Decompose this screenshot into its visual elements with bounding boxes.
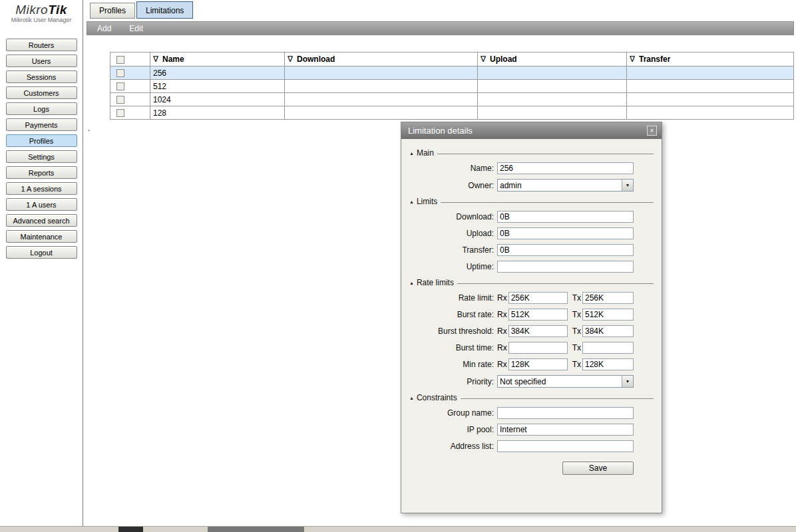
cell-transfer[interactable] [627,80,794,93]
select-all-header[interactable] [110,53,150,66]
section-main-header[interactable]: ▲ Main [409,148,654,158]
sidebar-item-logout[interactable]: Logout [6,246,77,259]
edit-button[interactable]: Edit [129,24,143,33]
sidebar-nav: Routers Users Sessions Customers Logs Pa… [0,36,83,259]
chevron-down-icon[interactable]: ▼ [622,180,633,191]
burst-threshold-tx-input[interactable] [582,325,634,337]
ip-pool-input[interactable] [497,424,634,436]
section-divider [461,398,654,399]
name-input[interactable] [497,162,634,174]
cell-upload[interactable] [478,80,627,93]
column-header-upload[interactable]: ∇Upload [478,53,627,66]
min-rate-rx-input[interactable] [508,358,568,370]
burst-time-rx-input[interactable] [508,342,568,354]
cell-upload[interactable] [478,66,627,80]
section-constraints-header[interactable]: ▲ Constraints [409,393,654,402]
cell-download[interactable] [285,93,478,106]
burst-time-tx-input[interactable] [582,342,634,354]
cell-transfer[interactable] [627,66,794,80]
scrollbar-thumb[interactable] [118,527,143,532]
sidebar-item-1a-users[interactable]: 1 A users [6,198,77,211]
sidebar-item-profiles[interactable]: Profiles [6,134,77,147]
rate-limit-tx-input[interactable] [582,292,634,304]
rate-limit-label: Rate limit: [409,293,497,303]
dialog-body: ▲ Main Name: Owner: admin ▼ ▲ Limits Dow… [401,139,662,475]
scrollbar-thumb[interactable] [208,527,304,532]
upload-input[interactable] [497,227,634,239]
owner-select[interactable]: admin ▼ [497,179,634,192]
save-button[interactable]: Save [562,462,634,475]
tx-label: Tx [568,343,582,352]
burst-rate-tx-input[interactable] [582,309,634,321]
transfer-input[interactable] [497,244,634,256]
row-checkbox[interactable] [116,109,124,117]
download-input[interactable] [497,211,634,223]
group-name-input[interactable] [497,407,634,419]
collapse-arrow-icon: ▲ [409,151,414,156]
add-button[interactable]: Add [97,24,111,33]
horizontal-scrollbar[interactable] [0,526,796,532]
burst-threshold-rx-input[interactable] [508,325,568,337]
owner-label: Owner: [409,181,497,190]
sidebar-item-sessions[interactable]: Sessions [6,70,77,83]
cell-transfer[interactable] [627,93,794,106]
table-row[interactable]: 128 [110,106,794,120]
cell-transfer[interactable] [627,106,794,120]
sidebar-item-logs[interactable]: Logs [6,102,77,115]
rate-limit-rx-input[interactable] [508,292,568,304]
sidebar-item-settings[interactable]: Settings [6,150,77,163]
cell-upload[interactable] [478,93,627,106]
min-rate-tx-input[interactable] [582,358,634,370]
cell-name[interactable]: 128 [150,106,285,120]
sidebar-item-customers[interactable]: Customers [6,86,77,99]
cell-download[interactable] [285,66,478,80]
sort-icon: ∇ [288,55,293,64]
column-header-download[interactable]: ∇Download [285,53,478,66]
column-header-transfer[interactable]: ∇Transfer [627,53,794,66]
chevron-down-icon[interactable]: ▼ [622,376,633,387]
cell-name[interactable]: 256 [150,66,285,80]
section-rate-limits-header[interactable]: ▲ Rate limits [409,278,654,287]
transfer-label: Transfer: [409,245,497,255]
collapse-arrow-icon: ▲ [409,281,414,285]
sidebar-item-advanced-search[interactable]: Advanced search [6,214,77,227]
column-header-name[interactable]: ∇Name [150,53,285,66]
dialog-title: Limitation details [408,126,647,136]
tab-profiles[interactable]: Profiles [90,3,135,19]
cell-name[interactable]: 1024 [150,93,285,106]
select-all-checkbox[interactable] [116,56,124,64]
sort-icon: ∇ [481,55,486,64]
uptime-input[interactable] [497,261,634,273]
table-row[interactable]: 1024 [110,93,794,106]
row-checkbox[interactable] [116,69,124,77]
sidebar-item-maintenance[interactable]: Maintenance [6,230,77,243]
sidebar-item-users[interactable]: Users [6,55,77,67]
tx-label: Tx [568,360,582,369]
sidebar-item-reports[interactable]: Reports [6,166,77,179]
sidebar-item-payments[interactable]: Payments [6,118,77,131]
dialog-title-bar[interactable]: Limitation details × [401,122,662,139]
rx-label: Rx [497,343,508,352]
tab-bar: Profiles Limitations [90,0,194,19]
row-checkbox[interactable] [116,82,124,90]
cell-download[interactable] [285,80,478,93]
burst-rate-label: Burst rate: [409,310,497,319]
priority-select[interactable]: Not specified ▼ [497,375,634,388]
sidebar-item-1a-sessions[interactable]: 1 A sessions [6,182,77,195]
row-checkbox[interactable] [116,96,124,104]
upload-label: Upload: [409,229,497,238]
table-row[interactable]: 256 [110,66,794,80]
table-row[interactable]: 512 [110,80,794,93]
cell-name[interactable]: 512 [150,80,285,93]
section-limits-header[interactable]: ▲ Limits [409,197,654,206]
sidebar-item-routers[interactable]: Routers [6,39,77,51]
cell-upload[interactable] [478,106,627,120]
download-label: Download: [409,212,497,221]
burst-rate-rx-input[interactable] [508,309,568,321]
tab-limitations[interactable]: Limitations [136,1,193,19]
rx-label: Rx [497,310,508,319]
cell-download[interactable] [285,106,478,120]
close-icon[interactable]: × [647,126,657,136]
address-list-input[interactable] [497,440,634,452]
collapse-arrow-icon: ▲ [409,396,414,400]
